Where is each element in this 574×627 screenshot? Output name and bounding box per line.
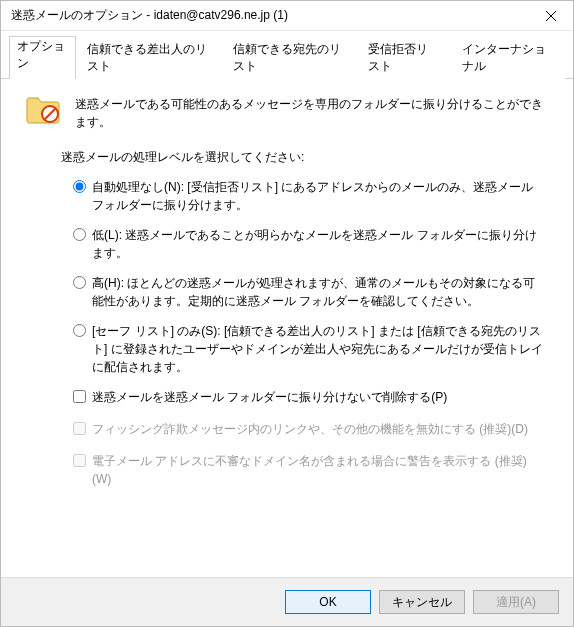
tab-blocked-senders[interactable]: 受信拒否リスト: [357, 36, 451, 79]
checkbox-input[interactable]: [73, 390, 86, 403]
tab-international[interactable]: インターナショナル: [451, 36, 565, 79]
radio-input[interactable]: [73, 180, 86, 193]
intro-row: 迷惑メールである可能性のあるメッセージを専用のフォルダーに振り分けることができま…: [25, 93, 549, 131]
radio-input[interactable]: [73, 324, 86, 337]
tab-label: 信頼できる差出人のリスト: [87, 42, 207, 73]
dialog-window: 迷惑メールのオプション - idaten@catv296.ne.jp (1) オ…: [0, 0, 574, 627]
tab-label: 受信拒否リスト: [368, 42, 428, 73]
check-disable-phishing-links: フィッシング詐欺メッセージ内のリンクや、その他の機能を無効にする (推奨)(D): [73, 420, 543, 438]
intro-text: 迷惑メールである可能性のあるメッセージを専用のフォルダーに振り分けることができま…: [75, 93, 549, 131]
close-icon: [546, 11, 556, 21]
apply-button[interactable]: 適用(A): [473, 590, 559, 614]
radio-no-auto[interactable]: 自動処理なし(N): [受信拒否リスト] にあるアドレスからのメールのみ、迷惑メ…: [73, 178, 543, 214]
tab-label: オプション: [17, 39, 65, 70]
checkbox-label: フィッシング詐欺メッセージ内のリンクや、その他の機能を無効にする (推奨)(D): [92, 420, 528, 438]
options-checkbox-group: 迷惑メールを迷惑メール フォルダーに振り分けないで削除する(P) フィッシング詐…: [73, 388, 543, 488]
radio-label[interactable]: 自動処理なし(N): [受信拒否リスト] にあるアドレスからのメールのみ、迷惑メ…: [92, 178, 543, 214]
radio-input[interactable]: [73, 228, 86, 241]
tab-label: 信頼できる宛先のリスト: [233, 42, 341, 73]
check-permanently-delete[interactable]: 迷惑メールを迷惑メール フォルダーに振り分けないで削除する(P): [73, 388, 543, 406]
checkbox-input: [73, 422, 86, 435]
tab-safe-recipients[interactable]: 信頼できる宛先のリスト: [222, 36, 357, 79]
ok-button[interactable]: OK: [285, 590, 371, 614]
titlebar: 迷惑メールのオプション - idaten@catv296.ne.jp (1): [1, 1, 573, 31]
radio-label[interactable]: 低(L): 迷惑メールであることが明らかなメールを迷惑メール フォルダーに振り分…: [92, 226, 543, 262]
protection-level-group: 自動処理なし(N): [受信拒否リスト] にあるアドレスからのメールのみ、迷惑メ…: [73, 178, 543, 376]
radio-label[interactable]: 高(H): ほとんどの迷惑メールが処理されますが、通常のメールもその対象になる可…: [92, 274, 543, 310]
checkbox-label[interactable]: 迷惑メールを迷惑メール フォルダーに振り分けないで削除する(P): [92, 388, 447, 406]
radio-high[interactable]: 高(H): ほとんどの迷惑メールが処理されますが、通常のメールもその対象になる可…: [73, 274, 543, 310]
junk-folder-icon: [25, 93, 61, 125]
close-button[interactable]: [528, 1, 573, 31]
radio-input[interactable]: [73, 276, 86, 289]
check-warn-suspicious-domain: 電子メール アドレスに不審なドメイン名が含まれる場合に警告を表示する (推奨)(…: [73, 452, 543, 488]
tab-content: 迷惑メールである可能性のあるメッセージを専用のフォルダーに振り分けることができま…: [1, 79, 573, 577]
radio-safe-lists-only[interactable]: [セーフ リスト] のみ(S): [信頼できる差出人のリスト] または [信頼で…: [73, 322, 543, 376]
checkbox-input: [73, 454, 86, 467]
tab-safe-senders[interactable]: 信頼できる差出人のリスト: [76, 36, 221, 79]
checkbox-label: 電子メール アドレスに不審なドメイン名が含まれる場合に警告を表示する (推奨)(…: [92, 452, 543, 488]
radio-low[interactable]: 低(L): 迷惑メールであることが明らかなメールを迷惑メール フォルダーに振り分…: [73, 226, 543, 262]
radio-group-label: 迷惑メールの処理レベルを選択してください:: [61, 149, 549, 166]
radio-label[interactable]: [セーフ リスト] のみ(S): [信頼できる差出人のリスト] または [信頼で…: [92, 322, 543, 376]
tab-label: インターナショナル: [462, 42, 546, 73]
dialog-button-bar: OK キャンセル 適用(A): [1, 577, 573, 626]
cancel-button[interactable]: キャンセル: [379, 590, 465, 614]
window-title: 迷惑メールのオプション - idaten@catv296.ne.jp (1): [11, 7, 528, 24]
tab-strip: オプション 信頼できる差出人のリスト 信頼できる宛先のリスト 受信拒否リスト イ…: [1, 31, 573, 79]
tab-options[interactable]: オプション: [9, 36, 76, 79]
